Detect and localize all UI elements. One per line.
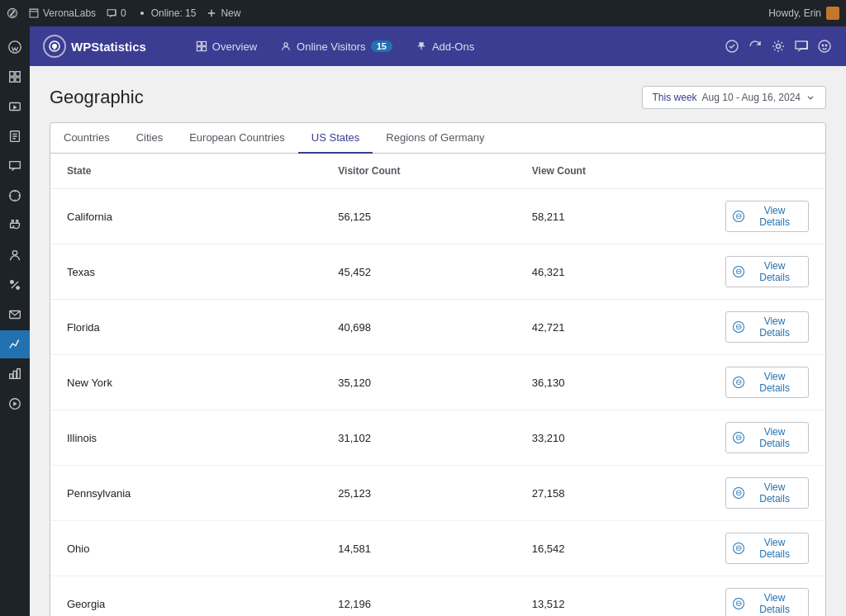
svg-point-21 — [284, 43, 288, 46]
sidebar-icon-mail[interactable] — [0, 301, 30, 329]
circle-minus-icon: ⊖ — [733, 598, 744, 609]
plugin-nav: Overview Online Visitors 15 Add-Ons — [186, 36, 484, 58]
sidebar-icon-media[interactable] — [0, 92, 30, 121]
user-avatar — [826, 7, 839, 20]
svg-rect-4 — [16, 72, 20, 76]
circle-minus-icon: ⊖ — [733, 543, 744, 554]
sidebar-icon-appearance[interactable] — [0, 182, 30, 210]
gear-icon[interactable] — [770, 38, 787, 54]
sidebar-icon-stats[interactable] — [0, 330, 30, 358]
view-details-button[interactable]: ⊖ View Details — [725, 201, 809, 232]
circle-minus-icon: ⊖ — [733, 487, 744, 499]
circle-minus-icon: ⊖ — [733, 321, 744, 333]
cell-state: Ohio — [50, 521, 321, 576]
circle-minus-icon: ⊖ — [733, 377, 744, 388]
view-details-button[interactable]: ⊖ View Details — [725, 367, 809, 398]
col-header-state: State — [50, 154, 321, 189]
cell-visitors: 31,102 — [321, 410, 516, 466]
svg-point-26 — [825, 45, 826, 45]
table-row: Ohio 14,581 16,542 ⊖ View Details — [50, 521, 825, 576]
svg-point-24 — [819, 40, 830, 52]
cell-action: ⊖ View Details — [709, 521, 825, 576]
sidebar-icon-plugins[interactable] — [0, 211, 30, 239]
nav-online-visitors[interactable]: Online Visitors 15 — [270, 36, 402, 58]
view-details-button[interactable]: ⊖ View Details — [725, 422, 809, 453]
tab-european-countries[interactable]: European Countries — [176, 123, 298, 154]
circle-minus-icon: ⊖ — [733, 432, 744, 443]
tab-regions-germany[interactable]: Regions of Germany — [373, 123, 497, 154]
main-content: WPStatistics Overview Online Visitors 15… — [30, 26, 846, 616]
view-details-button[interactable]: ⊖ View Details — [725, 477, 809, 509]
table-row: Illinois 31,102 33,210 ⊖ View Details — [50, 410, 825, 466]
sidebar-icon-dashboard[interactable] — [0, 63, 30, 91]
cell-action: ⊖ View Details — [709, 410, 825, 466]
cell-state: New York — [50, 355, 321, 410]
plugin-header: WPStatistics Overview Online Visitors 15… — [30, 26, 846, 66]
sidebar-icon-comments[interactable] — [0, 152, 30, 180]
cell-views: 46,321 — [516, 244, 710, 300]
cell-views: 33,210 — [516, 410, 710, 466]
cell-state: Pennsylvania — [50, 466, 321, 521]
cell-action: ⊖ View Details — [709, 244, 825, 300]
nav-overview[interactable]: Overview — [186, 36, 267, 58]
tab-countries[interactable]: Countries — [50, 123, 123, 154]
content-area: Geographic This week Aug 10 - Aug 16, 20… — [30, 66, 846, 616]
online-visitors-badge: 15 — [371, 40, 392, 52]
admin-bar-online: Online: 15 — [136, 7, 197, 19]
table-row: California 56,125 58,211 ⊖ View Details — [50, 189, 825, 244]
svg-rect-19 — [197, 47, 201, 51]
chat-icon[interactable] — [793, 38, 810, 54]
admin-bar-site[interactable]: VeronaLabs — [28, 7, 96, 19]
svg-rect-3 — [10, 72, 14, 76]
col-header-visitors: Visitor Count — [321, 154, 516, 189]
sidebar-icon-circle-play[interactable] — [0, 390, 30, 418]
date-range-value: Aug 10 - Aug 16, 2024 — [702, 92, 801, 103]
cell-visitors: 14,581 — [321, 521, 516, 576]
view-details-button[interactable]: ⊖ View Details — [725, 588, 809, 616]
view-details-button[interactable]: ⊖ View Details — [725, 533, 809, 564]
table-row: New York 35,120 36,130 ⊖ View Details — [50, 355, 825, 410]
cell-views: 27,158 — [516, 466, 710, 521]
refresh-icon[interactable] — [747, 38, 763, 54]
svg-point-23 — [777, 45, 781, 49]
cell-views: 16,542 — [516, 521, 710, 576]
view-details-button[interactable]: ⊖ View Details — [725, 311, 809, 343]
cell-state: Texas — [50, 244, 321, 300]
date-range-picker[interactable]: This week Aug 10 - Aug 16, 2024 — [642, 86, 826, 109]
sidebar-icon-tools[interactable] — [0, 271, 30, 299]
svg-rect-6 — [16, 78, 20, 82]
admin-bar: VeronaLabs 0 Online: 15 New Howdy, Erin — [0, 0, 846, 26]
cell-visitors: 35,120 — [321, 355, 516, 410]
sidebar-icon-users[interactable] — [0, 241, 30, 269]
cell-state: Florida — [50, 300, 321, 355]
svg-point-25 — [822, 45, 823, 45]
svg-rect-12 — [10, 374, 13, 378]
cell-state: Georgia — [50, 576, 321, 617]
check-circle-icon[interactable] — [724, 38, 740, 54]
admin-bar-wordpress[interactable] — [7, 7, 18, 19]
page-header: Geographic This week Aug 10 - Aug 16, 20… — [50, 86, 826, 109]
smiley-icon[interactable] — [816, 38, 833, 54]
plugin-header-icons — [724, 38, 833, 54]
cell-action: ⊖ View Details — [709, 576, 825, 617]
nav-add-ons[interactable]: Add-Ons — [406, 36, 484, 58]
view-details-button[interactable]: ⊖ View Details — [725, 256, 809, 287]
svg-rect-17 — [197, 41, 201, 45]
cell-action: ⊖ View Details — [709, 189, 825, 244]
cell-views: 36,130 — [516, 355, 710, 410]
plugin-logo: WPStatistics — [43, 35, 146, 58]
admin-bar-new[interactable]: New — [206, 7, 240, 19]
sidebar-icon-wordpress[interactable] — [0, 33, 30, 61]
admin-bar-user[interactable]: Howdy, Erin — [768, 7, 839, 20]
circle-minus-icon: ⊖ — [733, 266, 744, 277]
sidebar-icon-pages[interactable] — [0, 122, 30, 150]
admin-bar-comments[interactable]: 0 — [106, 7, 126, 19]
cell-views: 58,211 — [516, 189, 710, 244]
sidebar-icon-bar-chart[interactable] — [0, 360, 30, 388]
cell-action: ⊖ View Details — [709, 466, 825, 521]
tab-us-states[interactable]: US States — [298, 123, 373, 154]
tab-cities[interactable]: Cities — [123, 123, 177, 154]
admin-sidebar — [0, 26, 30, 616]
cell-visitors: 40,698 — [321, 300, 516, 355]
circle-minus-icon: ⊖ — [733, 211, 744, 222]
